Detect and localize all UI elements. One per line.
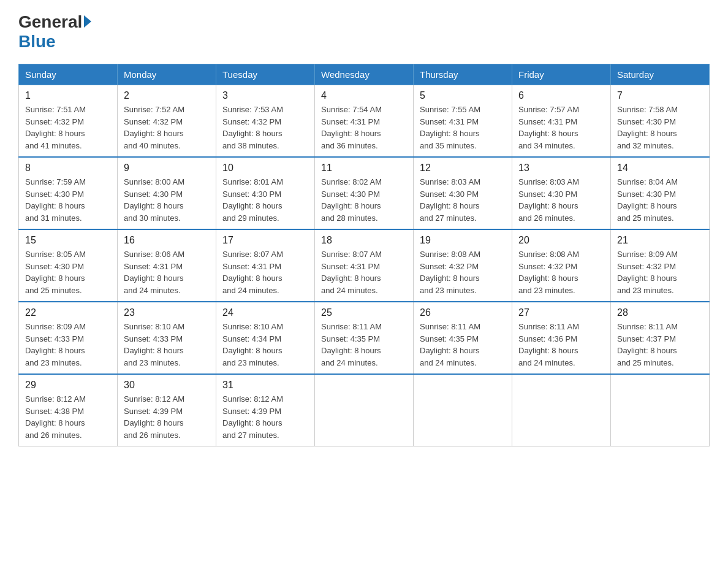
- day-number: 7: [617, 90, 703, 101]
- calendar-day-cell: 22 Sunrise: 8:09 AM Sunset: 4:33 PM Dayl…: [19, 302, 118, 374]
- calendar-day-cell: 30 Sunrise: 8:12 AM Sunset: 4:39 PM Dayl…: [118, 374, 216, 446]
- day-info: Sunrise: 7:52 AM Sunset: 4:32 PM Dayligh…: [124, 104, 210, 151]
- day-number: 24: [222, 307, 308, 318]
- calendar-week-row: 22 Sunrise: 8:09 AM Sunset: 4:33 PM Dayl…: [19, 302, 710, 374]
- day-info: Sunrise: 8:12 AM Sunset: 4:39 PM Dayligh…: [222, 393, 308, 441]
- day-info: Sunrise: 8:03 AM Sunset: 4:30 PM Dayligh…: [518, 176, 604, 224]
- day-of-week-header: Saturday: [611, 64, 710, 85]
- day-number: 4: [321, 90, 407, 101]
- day-info: Sunrise: 8:09 AM Sunset: 4:32 PM Dayligh…: [617, 248, 703, 296]
- day-number: 14: [617, 163, 703, 174]
- calendar-day-cell: 21 Sunrise: 8:09 AM Sunset: 4:32 PM Dayl…: [611, 229, 710, 302]
- day-info: Sunrise: 7:59 AM Sunset: 4:30 PM Dayligh…: [25, 176, 111, 224]
- calendar-day-cell: 12 Sunrise: 8:03 AM Sunset: 4:30 PM Dayl…: [414, 157, 512, 229]
- day-number: 17: [222, 235, 308, 246]
- calendar-week-row: 15 Sunrise: 8:05 AM Sunset: 4:30 PM Dayl…: [19, 229, 710, 302]
- calendar-day-cell: 16 Sunrise: 8:06 AM Sunset: 4:31 PM Dayl…: [118, 229, 216, 302]
- day-info: Sunrise: 8:06 AM Sunset: 4:31 PM Dayligh…: [124, 248, 210, 296]
- day-info: Sunrise: 8:07 AM Sunset: 4:31 PM Dayligh…: [222, 248, 308, 296]
- day-number: 30: [124, 380, 210, 391]
- calendar-day-cell: 23 Sunrise: 8:10 AM Sunset: 4:33 PM Dayl…: [118, 302, 216, 374]
- day-number: 3: [222, 90, 308, 101]
- day-info: Sunrise: 8:02 AM Sunset: 4:30 PM Dayligh…: [321, 176, 407, 224]
- calendar-day-cell: 4 Sunrise: 7:54 AM Sunset: 4:31 PM Dayli…: [315, 85, 414, 158]
- calendar-week-row: 29 Sunrise: 8:12 AM Sunset: 4:38 PM Dayl…: [19, 374, 710, 446]
- day-number: 28: [617, 307, 703, 318]
- day-number: 21: [617, 235, 703, 246]
- day-number: 8: [25, 163, 111, 174]
- calendar-day-cell: 19 Sunrise: 8:08 AM Sunset: 4:32 PM Dayl…: [414, 229, 512, 302]
- day-of-week-header: Monday: [118, 64, 216, 85]
- day-info: Sunrise: 7:53 AM Sunset: 4:32 PM Dayligh…: [222, 104, 308, 151]
- calendar-table: SundayMondayTuesdayWednesdayThursdayFrid…: [18, 64, 710, 446]
- calendar-day-cell: 11 Sunrise: 8:02 AM Sunset: 4:30 PM Dayl…: [315, 157, 414, 229]
- calendar-day-cell: 15 Sunrise: 8:05 AM Sunset: 4:30 PM Dayl…: [19, 229, 118, 302]
- logo-general-text: General: [18, 12, 82, 32]
- day-number: 22: [25, 307, 111, 318]
- day-info: Sunrise: 8:07 AM Sunset: 4:31 PM Dayligh…: [321, 248, 407, 296]
- calendar-day-cell: 1 Sunrise: 7:51 AM Sunset: 4:32 PM Dayli…: [19, 85, 118, 158]
- day-number: 10: [222, 163, 308, 174]
- page-header: General Blue: [18, 12, 710, 52]
- calendar-day-cell: 29 Sunrise: 8:12 AM Sunset: 4:38 PM Dayl…: [19, 374, 118, 446]
- calendar-day-cell: 8 Sunrise: 7:59 AM Sunset: 4:30 PM Dayli…: [19, 157, 118, 229]
- day-info: Sunrise: 8:04 AM Sunset: 4:30 PM Dayligh…: [617, 176, 703, 224]
- calendar-day-cell: 24 Sunrise: 8:10 AM Sunset: 4:34 PM Dayl…: [216, 302, 315, 374]
- calendar-day-cell: [414, 374, 512, 446]
- day-info: Sunrise: 8:01 AM Sunset: 4:30 PM Dayligh…: [222, 176, 308, 224]
- day-number: 16: [124, 235, 210, 246]
- calendar-day-cell: 20 Sunrise: 8:08 AM Sunset: 4:32 PM Dayl…: [512, 229, 611, 302]
- day-info: Sunrise: 8:08 AM Sunset: 4:32 PM Dayligh…: [518, 248, 604, 296]
- calendar-day-cell: [512, 374, 611, 446]
- day-number: 6: [518, 90, 604, 101]
- day-info: Sunrise: 8:05 AM Sunset: 4:30 PM Dayligh…: [25, 248, 111, 296]
- calendar-day-cell: 14 Sunrise: 8:04 AM Sunset: 4:30 PM Dayl…: [611, 157, 710, 229]
- calendar-day-cell: 9 Sunrise: 8:00 AM Sunset: 4:30 PM Dayli…: [118, 157, 216, 229]
- day-number: 13: [518, 163, 604, 174]
- calendar-day-cell: 31 Sunrise: 8:12 AM Sunset: 4:39 PM Dayl…: [216, 374, 315, 446]
- day-info: Sunrise: 7:54 AM Sunset: 4:31 PM Dayligh…: [321, 104, 407, 151]
- day-number: 31: [222, 380, 308, 391]
- day-number: 20: [518, 235, 604, 246]
- day-number: 23: [124, 307, 210, 318]
- calendar-day-cell: 3 Sunrise: 7:53 AM Sunset: 4:32 PM Dayli…: [216, 85, 315, 158]
- calendar-day-cell: 18 Sunrise: 8:07 AM Sunset: 4:31 PM Dayl…: [315, 229, 414, 302]
- logo-triangle-icon: [84, 15, 91, 28]
- day-number: 26: [420, 307, 506, 318]
- day-info: Sunrise: 8:11 AM Sunset: 4:36 PM Dayligh…: [518, 321, 604, 369]
- day-number: 9: [124, 163, 210, 174]
- day-info: Sunrise: 8:12 AM Sunset: 4:38 PM Dayligh…: [25, 393, 111, 441]
- calendar-day-cell: [611, 374, 710, 446]
- day-info: Sunrise: 8:03 AM Sunset: 4:30 PM Dayligh…: [420, 176, 506, 224]
- day-info: Sunrise: 7:57 AM Sunset: 4:31 PM Dayligh…: [518, 104, 604, 151]
- day-info: Sunrise: 7:51 AM Sunset: 4:32 PM Dayligh…: [25, 104, 111, 151]
- day-info: Sunrise: 8:11 AM Sunset: 4:35 PM Dayligh…: [420, 321, 506, 369]
- day-number: 12: [420, 163, 506, 174]
- calendar-day-cell: 5 Sunrise: 7:55 AM Sunset: 4:31 PM Dayli…: [414, 85, 512, 158]
- day-info: Sunrise: 8:12 AM Sunset: 4:39 PM Dayligh…: [124, 393, 210, 441]
- day-info: Sunrise: 8:10 AM Sunset: 4:34 PM Dayligh…: [222, 321, 308, 369]
- calendar-day-cell: 17 Sunrise: 8:07 AM Sunset: 4:31 PM Dayl…: [216, 229, 315, 302]
- day-of-week-header: Friday: [512, 64, 611, 85]
- day-info: Sunrise: 8:11 AM Sunset: 4:35 PM Dayligh…: [321, 321, 407, 369]
- logo-blue-text: Blue: [18, 32, 56, 52]
- day-number: 15: [25, 235, 111, 246]
- day-info: Sunrise: 8:11 AM Sunset: 4:37 PM Dayligh…: [617, 321, 703, 369]
- day-number: 29: [25, 380, 111, 391]
- day-number: 5: [420, 90, 506, 101]
- day-of-week-header: Wednesday: [315, 64, 414, 85]
- day-number: 11: [321, 163, 407, 174]
- calendar-week-row: 1 Sunrise: 7:51 AM Sunset: 4:32 PM Dayli…: [19, 85, 710, 158]
- day-number: 19: [420, 235, 506, 246]
- day-number: 2: [124, 90, 210, 101]
- day-of-week-header: Thursday: [414, 64, 512, 85]
- logo: General Blue: [18, 12, 91, 52]
- calendar-week-row: 8 Sunrise: 7:59 AM Sunset: 4:30 PM Dayli…: [19, 157, 710, 229]
- day-info: Sunrise: 8:10 AM Sunset: 4:33 PM Dayligh…: [124, 321, 210, 369]
- calendar-day-cell: 25 Sunrise: 8:11 AM Sunset: 4:35 PM Dayl…: [315, 302, 414, 374]
- calendar-day-cell: 13 Sunrise: 8:03 AM Sunset: 4:30 PM Dayl…: [512, 157, 611, 229]
- calendar-day-cell: 10 Sunrise: 8:01 AM Sunset: 4:30 PM Dayl…: [216, 157, 315, 229]
- day-of-week-header: Sunday: [19, 64, 118, 85]
- day-of-week-header: Tuesday: [216, 64, 315, 85]
- day-number: 25: [321, 307, 407, 318]
